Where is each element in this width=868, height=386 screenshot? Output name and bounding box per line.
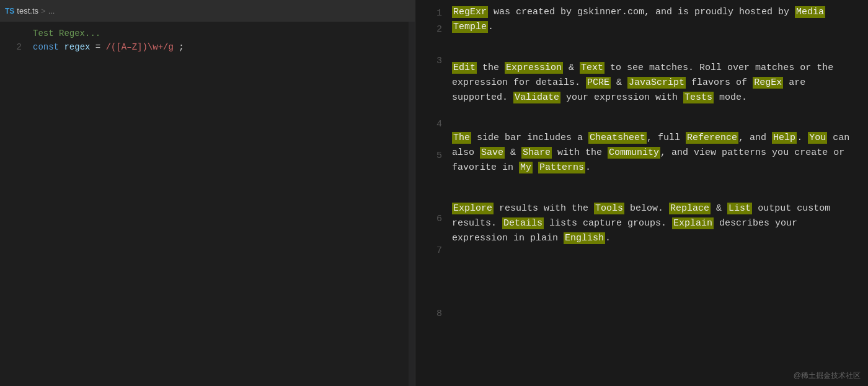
line-num-8: 8 xyxy=(415,305,442,337)
watermark: @稀土掘金技术社区 xyxy=(794,371,861,381)
line-numbers-right: 1 2 3 4 5 6 7 8 xyxy=(415,0,450,386)
highlight-tools: Tools xyxy=(594,203,624,214)
highlight-expression: Expression xyxy=(505,62,563,74)
highlight-validate: Validate xyxy=(513,92,560,103)
editor-scrollbar[interactable] xyxy=(409,22,415,386)
highlight-temple: Temple xyxy=(452,21,488,33)
text-block-4 xyxy=(452,110,858,126)
line-num-5: 5 xyxy=(415,147,442,211)
tab-bar: TS test.ts > ... xyxy=(0,0,415,22)
line-numbers: 2 xyxy=(0,22,28,386)
text-block-7: Explore results with the Tools below. Re… xyxy=(452,201,858,246)
tab-separator: > xyxy=(41,6,46,15)
text-block-5: The side bar includes a Cheatsheet, full… xyxy=(452,131,858,175)
highlight-share: Share xyxy=(521,147,552,159)
text-block-3: Edit the Expression & Text to see matche… xyxy=(452,61,858,105)
text-block-1: RegExr was created by gskinner.com, and … xyxy=(452,5,858,35)
line-num-3: 3 xyxy=(415,53,442,116)
highlight-list: List xyxy=(727,203,752,214)
keyword-const: const xyxy=(33,42,59,52)
tab-ellipsis: ... xyxy=(48,6,55,15)
highlight-replace: Replace xyxy=(669,203,711,214)
highlight-community: Community xyxy=(608,147,660,159)
text-content: RegExr was created by gskinner.com, and … xyxy=(450,0,868,386)
highlight-reference: Reference xyxy=(686,132,738,144)
regex-literal: /([A–Z])\w+/g xyxy=(106,42,174,52)
highlight-javascript: JavaScript xyxy=(627,77,686,89)
highlight-english: English xyxy=(564,232,605,244)
highlight-tests: Tests xyxy=(683,92,714,103)
highlight-cheatsheet: Cheatsheet xyxy=(588,132,647,144)
line-num-7: 7 xyxy=(415,242,442,305)
highlight-you: You xyxy=(808,132,827,144)
highlight-media: Media xyxy=(795,6,825,18)
line-num-1: 1 xyxy=(415,5,442,21)
highlight-regex: RegEx xyxy=(753,77,783,89)
tab-file-info: TS test.ts > ... xyxy=(5,6,55,15)
code-line-2: const regex = /([A–Z])\w+/g ; xyxy=(33,40,409,54)
highlight-explain: Explain xyxy=(672,217,714,229)
line-num-6: 6 xyxy=(415,211,442,242)
text-block-8 xyxy=(452,251,858,267)
line-num-4: 4 xyxy=(415,116,442,147)
code-content[interactable]: Test Regex... const regex = /([A–Z])\w+/… xyxy=(28,22,409,386)
code-line-comment: Test Regex... xyxy=(33,27,409,40)
text-block-2 xyxy=(452,40,858,56)
highlight-the: The xyxy=(452,132,471,144)
line-num-2: 2 xyxy=(415,21,442,53)
text-block-6 xyxy=(452,180,858,196)
comment-text: Test Regex... xyxy=(33,29,100,38)
editor-body: 2 Test Regex... const regex = /([A–Z])\w… xyxy=(0,22,415,386)
highlight-edit: Edit xyxy=(452,62,477,74)
highlight-pcre: PCRE xyxy=(586,77,611,89)
ts-badge: TS xyxy=(5,7,14,15)
tab-filename[interactable]: test.ts xyxy=(17,6,38,15)
highlight-help: Help xyxy=(772,132,797,144)
highlight-my: My xyxy=(519,162,533,173)
highlight-explore: Explore xyxy=(452,203,494,214)
highlight-text: Text xyxy=(580,62,604,74)
highlight-patterns: Patterns xyxy=(538,162,585,173)
editor-panel: TS test.ts > ... 2 Test Regex... const r… xyxy=(0,0,415,386)
highlight-details: Details xyxy=(502,217,544,229)
highlight-save: Save xyxy=(480,147,505,159)
var-name: regex xyxy=(64,42,90,52)
text-panel: 1 2 3 4 5 6 7 8 RegExr was created by gs… xyxy=(415,0,868,386)
highlight-regexr: RegExr xyxy=(452,6,488,18)
